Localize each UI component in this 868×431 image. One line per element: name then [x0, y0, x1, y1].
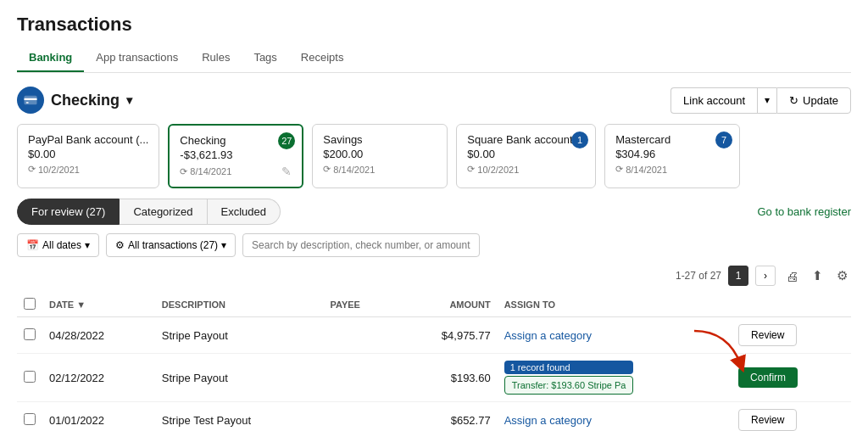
- col-header-description: DESCRIPTION: [155, 293, 324, 317]
- confirm-button-2[interactable]: Confirm: [738, 367, 798, 388]
- card-amount-square: $0.00: [467, 148, 585, 160]
- row-checkbox-2[interactable]: [24, 371, 36, 383]
- print-icon[interactable]: 🖨: [782, 267, 802, 285]
- account-cards-list: PayPal Bank account (... $0.00 ⟳ 10/2/20…: [17, 124, 851, 188]
- card-amount-checking: -$3,621.93: [180, 148, 292, 161]
- row-date-2: 02/12/2022: [42, 354, 155, 402]
- refresh-icon: ↻: [789, 94, 798, 107]
- row-assign-2: 1 record found Transfer: $193.60 Stripe …: [498, 354, 732, 402]
- row-checkbox-3[interactable]: [24, 413, 36, 425]
- filter-tabs: For review (27) Categorized Excluded: [17, 199, 281, 225]
- row-action-3: Review: [732, 402, 851, 432]
- ftab-categorized[interactable]: Categorized: [120, 199, 207, 225]
- page-title: Transactions: [17, 14, 851, 36]
- row-description-1: Stripe Payout: [155, 317, 324, 354]
- update-button[interactable]: ↻ Update: [776, 87, 851, 114]
- row-description-3: Stripe Test Payout: [155, 402, 324, 432]
- transactions-table: DATE ▼ DESCRIPTION PAYEE AMOUNT ASSIGN T…: [17, 293, 851, 431]
- row-checkbox-1[interactable]: [24, 328, 36, 340]
- col-header-payee: PAYEE: [323, 293, 394, 317]
- row-action-2: Confirm: [732, 354, 851, 402]
- assign-category-link-1[interactable]: Assign a category: [504, 329, 592, 342]
- col-header-amount: AMOUNT: [395, 293, 498, 317]
- card-name-mastercard: Mastercard 7: [615, 133, 729, 146]
- row-payee-2: [323, 354, 394, 402]
- account-card-paypal[interactable]: PayPal Bank account (... $0.00 ⟳ 10/2/20…: [17, 124, 159, 188]
- square-badge: 1: [571, 132, 588, 148]
- table-row: 04/28/2022 Stripe Payout $4,975.77 Assig…: [17, 317, 851, 354]
- nav-tabs: Banking App transactions Rules Tags Rece…: [17, 44, 851, 73]
- card-date-checking: ⟳ 8/14/2021 ✎: [180, 165, 292, 178]
- review-button-3[interactable]: Review: [738, 409, 797, 431]
- export-icon[interactable]: ⬆: [809, 266, 826, 285]
- page-1-button[interactable]: 1: [728, 266, 748, 286]
- card-amount-paypal: $0.00: [28, 148, 148, 160]
- chevron-down-icon: ▾: [221, 239, 226, 251]
- card-date-paypal: ⟳ 10/2/2021: [28, 164, 148, 175]
- tab-banking[interactable]: Banking: [17, 44, 84, 72]
- card-date-mastercard: ⟳ 8/14/2021: [615, 164, 729, 175]
- row-description-2: Stripe Payout: [155, 354, 324, 402]
- tab-receipts[interactable]: Receipts: [289, 44, 356, 72]
- link-account-dropdown-button[interactable]: ▾: [757, 87, 776, 114]
- card-name-paypal: PayPal Bank account (...: [28, 133, 148, 146]
- card-amount-savings: $200.00: [323, 148, 437, 160]
- account-card-savings[interactable]: Savings $200.00 ⟳ 8/14/2021: [312, 124, 448, 188]
- account-label[interactable]: Checking ▾: [17, 87, 132, 114]
- account-header: Checking ▾ Link account ▾ ↻ Update: [17, 87, 851, 114]
- ftab-excluded[interactable]: Excluded: [208, 199, 281, 225]
- selected-account-name: Checking: [51, 92, 120, 109]
- row-assign-1[interactable]: Assign a category: [498, 317, 732, 354]
- assign-category-link-3[interactable]: Assign a category: [504, 414, 592, 427]
- all-dates-filter[interactable]: 📅 All dates ▾: [17, 233, 99, 257]
- table-row: 01/01/2022 Stripe Test Payout $652.77 As…: [17, 402, 851, 432]
- header-actions: Link account ▾ ↻ Update: [670, 87, 851, 114]
- row-action-1: Review: [732, 317, 851, 354]
- tab-rules[interactable]: Rules: [190, 44, 242, 72]
- calendar-icon: 📅: [26, 239, 39, 251]
- card-name-savings: Savings: [323, 133, 437, 146]
- all-transactions-filter[interactable]: ⚙ All transactions (27) ▾: [106, 233, 236, 257]
- transactions-page: Transactions Banking App transactions Ru…: [0, 0, 868, 431]
- account-icon: [17, 87, 44, 114]
- settings-icon[interactable]: ⚙: [833, 266, 851, 285]
- link-account-button[interactable]: Link account: [670, 87, 757, 114]
- select-all-checkbox[interactable]: [24, 298, 36, 310]
- row-assign-3[interactable]: Assign a category: [498, 402, 732, 432]
- svg-rect-1: [25, 98, 37, 100]
- tooltip-text: Transfer: $193.60 Stripe Pa: [504, 376, 634, 395]
- chevron-down-icon: ▾: [126, 93, 132, 107]
- pagination-range: 1-27 of 27: [676, 270, 721, 282]
- page-next-button[interactable]: ›: [755, 266, 776, 286]
- account-card-square[interactable]: Square Bank account ... 1 $0.00 ⟳ 10/2/2…: [456, 124, 596, 188]
- mastercard-badge: 7: [715, 132, 732, 148]
- tooltip-container: 1 record found Transfer: $193.60 Stripe …: [504, 361, 634, 395]
- review-button-1[interactable]: Review: [738, 324, 797, 346]
- account-card-checking[interactable]: Checking 27 -$3,621.93 ⟳ 8/14/2021 ✎: [168, 124, 303, 188]
- table-row: 02/12/2022 Stripe Payout $193.60 1 recor…: [17, 354, 851, 402]
- tab-app-transactions[interactable]: App transactions: [84, 44, 190, 72]
- checking-badge: 27: [278, 132, 295, 149]
- tab-tags[interactable]: Tags: [242, 44, 288, 72]
- row-amount-3: $652.77: [395, 402, 498, 432]
- card-date-square: ⟳ 10/2/2021: [467, 164, 585, 175]
- search-input[interactable]: [242, 233, 480, 257]
- pagination-bar: 1-27 of 27 1 › 🖨 ⬆ ⚙: [17, 266, 851, 286]
- ftab-for-review[interactable]: For review (27): [17, 199, 120, 225]
- filter-bar: 📅 All dates ▾ ⚙ All transactions (27) ▾: [17, 233, 851, 257]
- account-card-mastercard[interactable]: Mastercard 7 $304.96 ⟳ 8/14/2021: [604, 124, 740, 188]
- bank-register-link[interactable]: Go to bank register: [757, 205, 851, 218]
- row-date-3: 01/01/2022: [42, 402, 155, 432]
- chevron-down-icon: ▾: [85, 239, 90, 251]
- table-header-row: DATE ▼ DESCRIPTION PAYEE AMOUNT ASSIGN T…: [17, 293, 851, 317]
- filter-section: For review (27) Categorized Excluded Go …: [17, 199, 851, 225]
- row-amount-1: $4,975.77: [395, 317, 498, 354]
- col-header-date: DATE ▼: [42, 293, 155, 317]
- row-payee-1: [323, 317, 394, 354]
- col-header-action: [732, 293, 851, 317]
- filter-icon: ⚙: [115, 239, 125, 251]
- row-payee-3: [323, 402, 394, 432]
- card-name-checking: Checking 27: [180, 134, 292, 147]
- row-amount-2: $193.60: [395, 354, 498, 402]
- row-date-1: 04/28/2022: [42, 317, 155, 354]
